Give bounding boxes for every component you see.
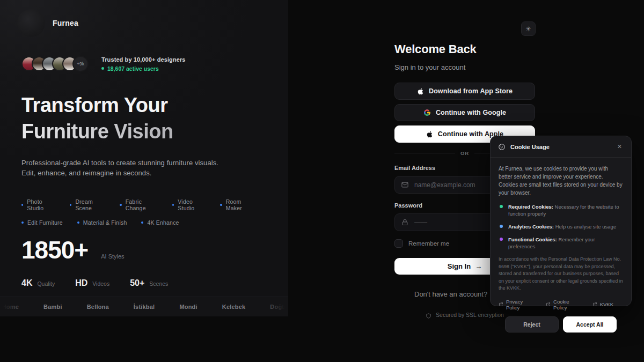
feature-tag: Edit Furniture — [21, 219, 63, 226]
cookie-consent-dialog: Cookie Usage ✕ At Furnea, we use cookies… — [490, 136, 632, 306]
external-link-icon — [499, 302, 503, 307]
stat-item: 50+Scenes — [130, 278, 168, 288]
page-subtitle: Professional-grade AI tools to create st… — [21, 158, 231, 178]
green-dot-icon — [500, 205, 503, 208]
feature-tag: Video Studio — [172, 198, 206, 211]
shield-icon — [426, 312, 431, 318]
social-proof: +9k Trusted by 10,000+ designers 18,607 … — [21, 56, 268, 72]
logo: Furnea — [21, 0, 268, 46]
cookie-type-analytics: Analytics Cookies: Help us analyse site … — [499, 223, 623, 230]
auth-subtitle: Sign in to your account — [394, 63, 535, 71]
bullet-icon — [21, 204, 23, 206]
lock-icon — [401, 218, 409, 226]
marketing-panel: Furnea +9k Trusted by 10,000+ designers … — [0, 0, 288, 316]
feature-tag: Room Maker — [220, 198, 254, 211]
page-title: Transform Your Furniture Vision — [21, 92, 268, 145]
accept-all-cookies-button[interactable]: Accept All — [563, 316, 617, 333]
bullet-icon — [141, 221, 143, 224]
external-link-icon — [592, 302, 597, 307]
avatar-overflow-badge: +9k — [72, 56, 89, 72]
logo-text: Furnea — [53, 19, 78, 27]
blue-dot-icon — [500, 225, 503, 228]
kvkk-legal-text: In accordance with the Personal Data Pro… — [499, 256, 623, 292]
theme-toggle-button[interactable]: ☀ — [521, 21, 536, 36]
kvkk-link[interactable]: KVKK — [592, 301, 613, 307]
feature-tag: Dream Scene — [70, 198, 105, 211]
brand-item: Bambi — [43, 304, 62, 310]
feature-tag: 4K Enhance — [141, 219, 179, 226]
big-stat: 1850+ AI Styles — [21, 235, 268, 264]
bullet-icon — [172, 204, 174, 206]
logo-mark — [17, 9, 45, 37]
google-icon — [423, 109, 431, 116]
cookie-type-required: Required Cookies: Necessary for the webs… — [499, 203, 623, 217]
cookie-types: Required Cookies: Necessary for the webs… — [499, 203, 623, 250]
arrow-right-icon: → — [475, 262, 482, 270]
feature-tags: Photo Studio Dream Scene Fabric Change V… — [21, 198, 268, 226]
cookie-body-text: At Furnea, we use cookies to provide you… — [499, 165, 623, 197]
feature-tag: Photo Studio — [21, 198, 55, 211]
page: Furnea +9k Trusted by 10,000+ designers … — [0, 0, 644, 362]
brand-item: Doğtaş — [270, 304, 288, 310]
active-users-text: 18,607 active users — [107, 65, 159, 72]
auth-title: Welcome Back — [394, 42, 535, 56]
trusted-text: Trusted by 10,000+ designers — [101, 56, 186, 63]
remember-label: Remember me — [408, 240, 449, 247]
envelope-icon — [401, 181, 409, 189]
cookie-policy-links: Privacy Policy Cookie Policy KVKK — [499, 299, 623, 311]
cookie-icon — [498, 143, 506, 151]
close-icon[interactable]: ✕ — [616, 142, 624, 151]
cookie-dialog-header: Cookie Usage ✕ — [491, 136, 631, 158]
feature-tag: Material & Finish — [77, 219, 127, 226]
cookie-dialog-title: Cookie Usage — [510, 144, 616, 150]
stats: 4KQuality HDVideos 50+Scenes — [21, 278, 268, 288]
stat-item: 4KQuality — [21, 278, 55, 288]
big-stat-label: AI Styles — [101, 253, 124, 260]
brand-item: Mondi — [179, 304, 197, 310]
reject-cookies-button[interactable]: Reject — [505, 316, 559, 333]
brand-ticker: Enza Home Bambi Bellona İstikbal Mondi K… — [0, 297, 288, 316]
bullet-icon — [70, 204, 71, 206]
big-stat-value: 1850+ — [21, 235, 88, 264]
app-store-button[interactable]: Download from App Store — [394, 83, 535, 100]
bullet-icon — [21, 221, 24, 224]
purple-dot-icon — [500, 238, 503, 241]
brand-item: Bellona — [87, 304, 109, 310]
bullet-icon — [220, 204, 222, 206]
external-link-icon — [546, 302, 551, 307]
bullet-icon — [120, 204, 121, 206]
brand-item: Kelebek — [222, 304, 246, 310]
cookie-type-functional: Functional Cookies: Remember your prefer… — [499, 236, 623, 250]
brand-item: İstikbal — [134, 304, 155, 310]
google-signin-button[interactable]: Continue with Google — [394, 104, 535, 121]
brand-item: Enza Home — [0, 304, 19, 310]
apple-icon — [426, 131, 433, 138]
stat-item: HDVideos — [75, 278, 109, 288]
avatar-group: +9k — [21, 56, 89, 72]
feature-tag: Fabric Change — [120, 198, 158, 211]
apple-icon — [417, 88, 424, 95]
cookie-policy-link[interactable]: Cookie Policy — [546, 299, 583, 311]
bullet-icon — [77, 221, 79, 224]
privacy-policy-link[interactable]: Privacy Policy — [499, 299, 536, 311]
remember-checkbox[interactable] — [394, 239, 403, 248]
sun-icon: ☀ — [525, 25, 531, 33]
online-dot-icon — [101, 67, 104, 70]
